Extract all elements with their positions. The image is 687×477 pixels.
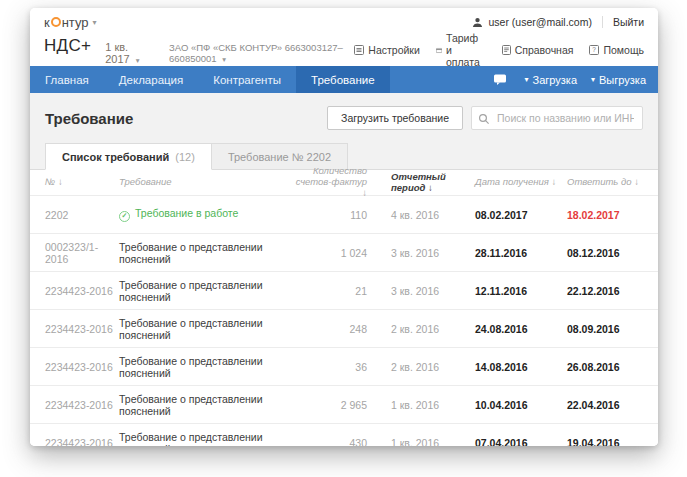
table-row[interactable]: 2234423-2016 ✓Требование о представлении… (30, 310, 658, 348)
requirement-number-cell: 0002323/1-2016 (45, 241, 119, 265)
due-date-cell: 08.12.2016 (559, 247, 651, 259)
user-email-label[interactable]: user (user@mail.com) (488, 16, 591, 28)
chevron-down-icon: ▾ (525, 75, 529, 84)
column-header-requirement: Требование (119, 177, 291, 188)
due-date-cell: 19.04.2016 (559, 437, 651, 447)
nav-label: Декларация (119, 74, 183, 86)
report-period-cell: 3 кв. 2016 (367, 247, 467, 259)
help-link[interactable]: ? Помощь (589, 44, 644, 56)
upload-dropdown[interactable]: ▾ Загрузка (525, 74, 578, 86)
search-input[interactable] (471, 106, 643, 130)
invoice-count-cell: 430 (291, 437, 367, 447)
nav-label: Главная (45, 74, 89, 86)
book-icon (502, 45, 511, 55)
tab-count: (12) (175, 151, 195, 163)
settings-icon (354, 45, 364, 55)
column-header-number[interactable]: № ↓ (45, 177, 119, 188)
divider (602, 16, 603, 28)
period-label: 1 кв. 2017 (105, 41, 129, 65)
requirement-cell: ✓Требование в работе (119, 207, 291, 222)
column-header-received-date[interactable]: Дата получения ↓ (467, 177, 559, 188)
report-period-cell: 1 кв. 2016 (367, 399, 467, 411)
help-icon: ? (589, 45, 599, 55)
requirement-cell: ✓Требование о представлении пояснений (119, 241, 291, 265)
requirement-cell: ✓Требование о представлении пояснений (119, 393, 291, 417)
chevron-down-icon: ▾ (222, 55, 226, 64)
requirement-label: Требование о представлении пояснений (119, 317, 263, 341)
kontur-ring-icon (51, 17, 61, 27)
invoice-count-cell: 2 965 (291, 399, 367, 411)
search-icon (478, 111, 490, 129)
company-selector[interactable]: ЗАО «ПФ «СКБ КОНТУР» 6663003127– 6608500… (169, 42, 354, 64)
table-row[interactable]: 2234423-2016 ✓Требование о представлении… (30, 272, 658, 310)
export-dropdown[interactable]: ▾ Выгрузка (591, 74, 646, 86)
table-row[interactable]: 2234423-2016 ✓Требование о представлении… (30, 386, 658, 424)
card-icon (436, 46, 442, 55)
export-dropdown-label: Выгрузка (599, 74, 646, 86)
logout-link[interactable]: Выйти (613, 16, 644, 28)
requirement-label: Требование о представлении пояснений (119, 355, 263, 379)
report-period-cell: 1 кв. 2016 (367, 437, 467, 447)
nav-label: Контрагенты (213, 74, 281, 86)
requirement-number-cell: 2234423-2016 (45, 361, 119, 373)
requirement-label: Требование в работе (135, 207, 238, 219)
tariff-label: Тариф и оплата (446, 32, 486, 68)
nav-item-trebovanie[interactable]: Требование (296, 66, 390, 93)
reference-link[interactable]: Справочная (502, 44, 574, 56)
requirement-cell: ✓Требование о представлении пояснений (119, 355, 291, 379)
tab-label: Требование № 2202 (228, 151, 331, 163)
load-requirement-button[interactable]: Загрузить требование (327, 106, 463, 130)
table-row[interactable]: 2234423-2016 ✓Требование о представлении… (30, 348, 658, 386)
requirement-label: Требование о представлении пояснений (119, 431, 263, 447)
nav-item-deklaratsiya[interactable]: Декларация (104, 66, 198, 93)
tab-label: Список требований (62, 151, 169, 163)
table-row[interactable]: 2234423-2016 ✓Требование о представлении… (30, 424, 658, 446)
nav-label: Требование (311, 74, 375, 86)
chevron-down-icon: ▾ (93, 18, 97, 27)
chat-button[interactable] (493, 74, 507, 85)
tab-requirements-list[interactable]: Список требований (12) (45, 143, 212, 170)
requirement-cell: ✓Требование о представлении пояснений (119, 431, 291, 447)
due-date-cell: 08.09.2016 (559, 323, 651, 335)
company-label: ЗАО «ПФ «СКБ КОНТУР» 6663003127– 6608500… (169, 42, 343, 64)
received-date-cell: 12.11.2016 (467, 285, 559, 297)
page-content: Требование Загрузить требование Список т… (30, 93, 658, 446)
svg-text:?: ? (593, 46, 597, 53)
nav-item-kontragenty[interactable]: Контрагенты (198, 66, 296, 93)
logo-text-suffix: нтур (62, 15, 89, 30)
app-window: к нтур ▾ user (user@mail.com) Выйти НДС+… (30, 8, 658, 446)
report-period-cell: 3 кв. 2016 (367, 285, 467, 297)
received-date-cell: 24.08.2016 (467, 323, 559, 335)
invoice-count-cell: 110 (291, 209, 367, 221)
chat-icon (493, 74, 507, 85)
tariff-link[interactable]: Тариф и оплата (436, 32, 486, 68)
table-row[interactable]: 0002323/1-2016 ✓Требование о представлен… (30, 234, 658, 272)
received-date-cell: 10.04.2016 (467, 399, 559, 411)
due-date-cell: 22.12.2016 (559, 285, 651, 297)
help-label: Помощь (603, 44, 644, 56)
requirement-number-cell: 2234423-2016 (45, 323, 119, 335)
column-header-invoice-count[interactable]: Количество счетов-фактур ↓ (291, 166, 367, 199)
requirement-label: Требование о представлении пояснений (119, 241, 263, 265)
column-header-report-period[interactable]: Отчетный период ↓ (367, 172, 467, 194)
period-selector[interactable]: 1 кв. 2017 ▾ (105, 41, 153, 65)
requirement-number-cell: 2234423-2016 (45, 437, 119, 447)
nav-item-glavnaya[interactable]: Главная (30, 66, 104, 93)
app-title: НДС+ (44, 36, 91, 56)
requirement-label: Требование о представлении пояснений (119, 279, 263, 303)
check-circle-icon: ✓ (119, 211, 130, 222)
due-date-cell: 18.02.2017 (559, 209, 651, 221)
requirement-label: Требование о представлении пояснений (119, 393, 263, 417)
received-date-cell: 14.08.2016 (467, 361, 559, 373)
received-date-cell: 28.11.2016 (467, 247, 559, 259)
received-date-cell: 07.04.2016 (467, 437, 559, 447)
due-date-cell: 26.08.2016 (559, 361, 651, 373)
page-title: Требование (45, 110, 133, 127)
requirement-number-cell: 2234423-2016 (45, 399, 119, 411)
column-header-due-date[interactable]: Ответить до ↓ (559, 177, 651, 188)
requirement-cell: ✓Требование о представлении пояснений (119, 279, 291, 303)
kontur-logo[interactable]: к нтур ▾ (44, 15, 97, 30)
settings-link[interactable]: Настройки (354, 44, 420, 56)
search-box (471, 106, 643, 130)
table-row[interactable]: 2202 ✓Требование в работе 110 4 кв. 2016… (30, 196, 658, 234)
